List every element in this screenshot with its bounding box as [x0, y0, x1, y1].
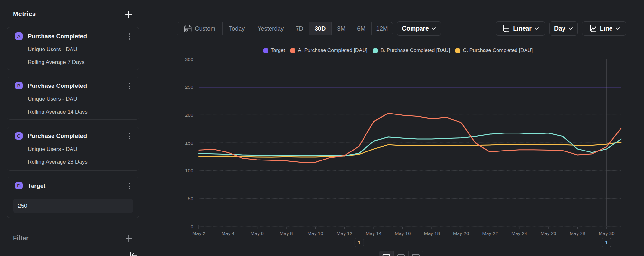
svg-text:May 2: May 2 [192, 231, 205, 236]
svg-text:200: 200 [185, 112, 193, 118]
svg-text:300: 300 [185, 57, 193, 62]
svg-text:May 16: May 16 [395, 231, 411, 236]
svg-text:50: 50 [188, 196, 193, 201]
svg-text:1: 1 [358, 240, 361, 246]
svg-text:May 28: May 28 [570, 231, 585, 236]
svg-text:May 4: May 4 [222, 231, 235, 236]
svg-text:May 6: May 6 [251, 231, 264, 236]
svg-text:150: 150 [185, 140, 193, 146]
svg-text:May 26: May 26 [540, 231, 556, 236]
svg-text:May 12: May 12 [336, 231, 352, 236]
svg-text:100: 100 [185, 168, 193, 173]
svg-text:May 20: May 20 [453, 231, 469, 236]
svg-text:1: 1 [605, 240, 608, 246]
svg-text:May 10: May 10 [308, 231, 323, 236]
svg-text:May 14: May 14 [366, 231, 382, 236]
svg-text:250: 250 [185, 84, 193, 90]
svg-text:May 8: May 8 [279, 231, 293, 236]
svg-text:May 22: May 22 [482, 231, 498, 236]
svg-text:May 18: May 18 [424, 231, 440, 236]
svg-text:0: 0 [191, 224, 193, 229]
svg-text:May 30: May 30 [599, 231, 614, 236]
svg-text:May 24: May 24 [511, 231, 527, 236]
